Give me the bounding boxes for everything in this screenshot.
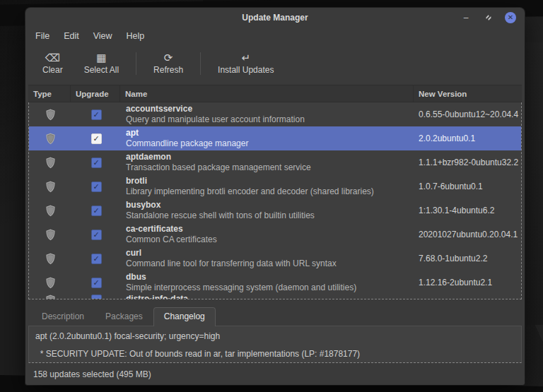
- package-name: brotli: [126, 176, 414, 186]
- refresh-button[interactable]: ⟳ Refresh: [144, 49, 193, 78]
- select-all-icon: ▦: [96, 52, 106, 63]
- package-description: Common CA certificates: [126, 234, 414, 245]
- package-new-version: 1.12.16-2ubuntu2.1: [414, 278, 521, 287]
- package-row[interactable]: ✓ curl Command line tool for transferrin…: [29, 247, 521, 271]
- install-updates-icon: ↵: [241, 52, 250, 63]
- menu-file[interactable]: File: [28, 28, 57, 44]
- clear-icon: ⌫: [45, 52, 60, 63]
- upgrade-checkbox[interactable]: ✓: [91, 206, 102, 216]
- package-name-cell: dbus Simple interprocess messaging syste…: [121, 272, 414, 293]
- package-new-version: 20201027ubuntu0.20.04.1: [414, 230, 521, 239]
- status-bar: 158 updates selected (495 MB): [25, 363, 525, 385]
- package-upgrade-cell: ✓: [71, 158, 121, 168]
- install-updates-button[interactable]: ↵ Install Updates: [208, 49, 284, 78]
- upgrade-checkbox[interactable]: ✓: [91, 254, 102, 264]
- upgrade-checkbox[interactable]: ✓: [91, 133, 102, 144]
- security-shield-icon: [45, 277, 56, 289]
- package-upgrade-cell: ✓: [71, 278, 121, 288]
- package-description: Commandline package manager: [126, 138, 414, 149]
- package-row[interactable]: distro-info-data: [29, 295, 521, 299]
- refresh-label: Refresh: [153, 65, 183, 75]
- upgrade-checkbox[interactable]: ✓: [91, 109, 102, 120]
- changelog-line: apt (2.0.2ubuntu0.1) focal-security; urg…: [35, 332, 515, 341]
- package-name: busybox: [126, 200, 414, 210]
- package-name-cell: curl Command line tool for transferring …: [121, 248, 414, 269]
- changelog-panel[interactable]: apt (2.0.2ubuntu0.1) focal-security; urg…: [28, 326, 522, 363]
- select-all-button[interactable]: ▦ Select All: [74, 49, 129, 78]
- package-type-cell: [29, 277, 71, 289]
- package-name-cell: busybox Standalone rescue shell with ton…: [121, 200, 414, 221]
- package-new-version: 7.68.0-1ubuntu2.2: [414, 254, 521, 263]
- package-row[interactable]: ✓ accountsservice Query and manipulate u…: [29, 102, 521, 126]
- column-header-upgrade[interactable]: Upgrade: [71, 85, 120, 102]
- package-name-cell: distro-info-data: [121, 295, 414, 299]
- details-panel: DescriptionPackagesChangelog apt (2.0.2u…: [28, 307, 522, 363]
- package-type-cell: [29, 205, 71, 217]
- package-upgrade-cell: ✓: [71, 230, 121, 240]
- package-row[interactable]: ✓ ca-certificates Common CA certificates…: [29, 222, 521, 247]
- close-button[interactable]: ✕: [505, 12, 516, 23]
- select-all-label: Select All: [84, 65, 119, 75]
- security-shield-icon: [45, 157, 56, 169]
- toolbar-separator: [200, 52, 201, 75]
- package-name-cell: aptdaemon Transaction based package mana…: [121, 152, 414, 173]
- tab-description[interactable]: Description: [31, 307, 95, 326]
- package-description: Standalone rescue shell with tons of bui…: [126, 210, 414, 221]
- package-name: curl: [126, 248, 414, 259]
- package-description: Command line tool for transferring data …: [126, 259, 414, 269]
- package-upgrade-cell: [71, 295, 121, 299]
- package-name-cell: brotli Library implementing brotli encod…: [121, 176, 414, 197]
- clear-button[interactable]: ⌫ Clear: [33, 49, 73, 78]
- package-upgrade-cell: ✓: [71, 109, 121, 120]
- package-description: Query and manipulate user account inform…: [126, 114, 414, 125]
- column-header-new-version[interactable]: New Version: [414, 85, 522, 102]
- security-shield-icon: [45, 181, 56, 193]
- security-shield-icon: [45, 133, 56, 145]
- menu-help[interactable]: Help: [119, 28, 152, 44]
- package-name-cell: accountsservice Query and manipulate use…: [121, 104, 414, 125]
- refresh-icon: ⟳: [164, 52, 173, 63]
- package-description: Library implementing brotli encoder and …: [126, 186, 414, 197]
- update-manager-window: Update Manager – ✕ File Edit View Help ⌫…: [25, 8, 525, 385]
- security-shield-icon: [45, 229, 56, 241]
- package-upgrade-cell: ✓: [71, 133, 121, 144]
- package-name-cell: apt Commandline package manager: [121, 128, 414, 149]
- menu-bar: File Edit View Help: [25, 27, 525, 47]
- changelog-line: * SECURITY UPDATE: Out of bounds read in…: [35, 350, 515, 359]
- package-row[interactable]: ✓ dbus Simple interprocess messaging sys…: [29, 271, 521, 295]
- tab-changelog[interactable]: Changelog: [153, 307, 216, 326]
- upgrade-checkbox[interactable]: [91, 295, 102, 299]
- upgrade-checkbox[interactable]: ✓: [91, 158, 102, 168]
- menu-view[interactable]: View: [86, 28, 119, 44]
- package-row[interactable]: ✓ aptdaemon Transaction based package ma…: [29, 150, 521, 174]
- window-title: Update Manager: [25, 13, 525, 23]
- security-shield-icon: [45, 109, 56, 121]
- upgrade-checkbox[interactable]: ✓: [91, 230, 102, 240]
- package-row[interactable]: ✓ apt Commandline package manager 2.0.2u…: [29, 126, 521, 150]
- column-header-type[interactable]: Type: [28, 85, 71, 102]
- package-new-version: 1.0.7-6ubuntu0.1: [414, 182, 521, 191]
- package-name: distro-info-data: [126, 295, 414, 299]
- restore-button[interactable]: [482, 11, 495, 24]
- clear-label: Clear: [42, 65, 63, 75]
- package-name: apt: [126, 128, 414, 138]
- package-upgrade-cell: ✓: [71, 206, 121, 216]
- package-upgrade-cell: ✓: [71, 182, 121, 192]
- titlebar[interactable]: Update Manager – ✕: [25, 8, 525, 27]
- upgrade-checkbox[interactable]: ✓: [91, 182, 102, 192]
- package-type-cell: [29, 109, 71, 121]
- details-tabbar: DescriptionPackagesChangelog: [28, 307, 522, 326]
- list-rows-viewport[interactable]: ✓ accountsservice Query and manipulate u…: [28, 102, 522, 299]
- tab-packages[interactable]: Packages: [95, 307, 153, 326]
- package-row[interactable]: ✓ busybox Standalone rescue shell with t…: [29, 198, 521, 222]
- package-new-version: 0.6.55-0ubuntu12~20.04.4: [414, 109, 521, 119]
- package-row[interactable]: ✓ brotli Library implementing brotli enc…: [29, 174, 521, 198]
- minimize-button[interactable]: –: [460, 11, 472, 24]
- package-new-version: 1.1.1+bzr982-0ubuntu32.2: [414, 158, 521, 167]
- upgrade-checkbox[interactable]: ✓: [91, 278, 102, 288]
- install-updates-label: Install Updates: [218, 65, 274, 75]
- package-name: ca-certificates: [126, 224, 414, 234]
- column-header-name[interactable]: Name: [120, 85, 414, 102]
- window-controls: – ✕: [460, 11, 525, 24]
- menu-edit[interactable]: Edit: [57, 28, 86, 44]
